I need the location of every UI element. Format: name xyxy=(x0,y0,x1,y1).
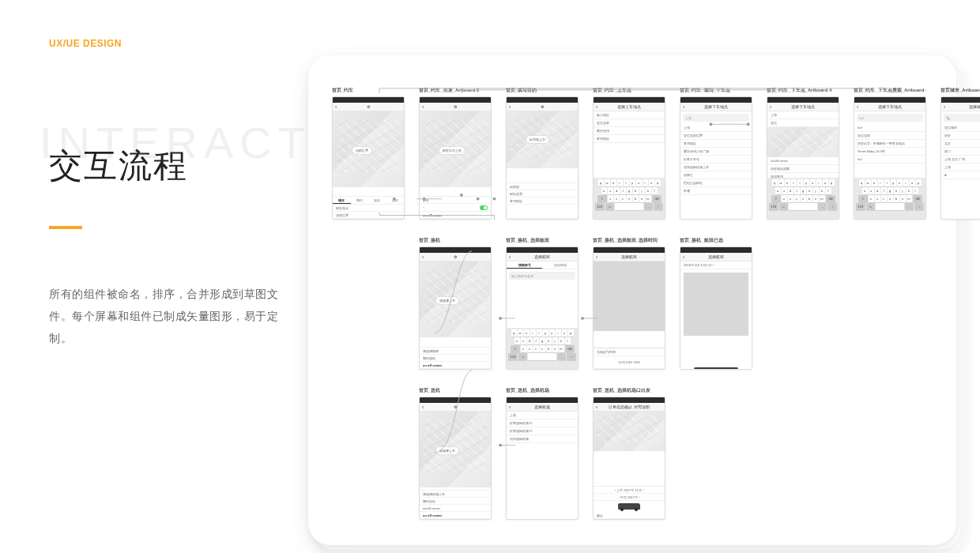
screen-caption: 首页_约车_下车点_Artboard 4 xyxy=(767,87,839,94)
soft-keyboard: qwertyuiopasdfghjkl⇧zxcvbnm⌫123☺.→ xyxy=(767,178,839,219)
screen-caption: 首页_约车_下车点搜索_Artboard 4 xyxy=(854,87,926,94)
phone-frame: 选择航班按航班号按起降地输入航班号查询qwertyuiopasdfghjkl⇧z… xyxy=(506,246,579,370)
wireframe-screen: 首页城市_Artboard 5选择城市🔍定位城市历史北京热门上海 北京 广州上海… xyxy=(940,87,980,220)
wireframe-screen: 首页_送机_选择机场口出发订单信息确认 填写说明‹ 上午 2017年 11月 ›… xyxy=(593,387,665,520)
wireframe-screen: 首页_接机⚙请选择上车请选择航班预约接机on off center xyxy=(419,237,492,370)
wireframe-screen: 首页_填写目的⚙目的地上车目的地附近推荐常用地址 xyxy=(506,87,579,220)
screen-caption: 首页_填写目的 xyxy=(506,87,579,94)
screen-caption: 首页_送机 xyxy=(419,387,492,394)
wireframe-screen: 首页_接机_航班已选选择航班2018年11月12日 周一更改选择航班 xyxy=(680,237,752,370)
wireframe-screen: 首页_送机_选择机场选择机场上海虹桥国际机场T1虹桥国际机场T2浦东国际机场 xyxy=(506,387,579,520)
phone-frame: 选择机场上海虹桥国际机场T1虹桥国际机场T2浦东国际机场 xyxy=(506,397,579,520)
phone-frame: 选择上车地点输入地址定位当前最近使用常用地址qwertyuiopasdfghjk… xyxy=(593,96,665,220)
flow-container: 首页_约车⚙当前位置现在预约接机送机附近地点我的位置首页_约车_出发_Artbo… xyxy=(332,87,940,520)
phone-frame: 选择下车地点上海上海定位当前位置常用地址最近使用人民广场虹桥火车站浦东国际机场上… xyxy=(680,96,752,220)
screen-caption: 首页_送机_选择机场口出发 xyxy=(593,387,665,394)
wireframe-screen: 首页_送机⚙请选择上车请选择机场上车预约送机on/off centeron of… xyxy=(419,387,492,520)
phone-frame: ⚙附近司机上车附近−on off center xyxy=(419,96,492,220)
phone-frame: 选择下车地点上海定位on/off center历史地址搜索添加常用qwertyu… xyxy=(767,96,839,220)
soft-keyboard: qwertyuiopasdfghjkl⇧zxcvbnm⌫123☺.→ xyxy=(594,178,665,219)
phone-frame: 选择下车地点hofhof定位当前历史记录：外滩附近一带常去地点Green Bab… xyxy=(854,96,926,220)
wireframe-panel: 首页_约车⚙当前位置现在预约接机送机附近地点我的位置首页_约车_出发_Artbo… xyxy=(308,55,956,545)
wireframe-screen: 首页_约车⚙当前位置现在预约接机送机附近地点我的位置 xyxy=(332,87,405,220)
phone-frame: 选择城市🔍定位城市历史北京热门上海 北京 广州上海A xyxy=(940,96,980,220)
flow-row-3: 首页_送机⚙请选择上车请选择机场上车预约送机on/off centeron of… xyxy=(419,387,940,520)
screen-caption: 首页城市_Artboard 5 xyxy=(940,87,980,94)
phone-frame: ⚙目的地上车目的地附近推荐常用地址 xyxy=(506,96,579,220)
screen-caption: 首页_接机_选择航班 xyxy=(506,237,579,244)
screen-caption: 首页_约车_上车点 xyxy=(593,87,665,94)
phone-frame: ⚙当前位置现在预约接机送机附近地点我的位置 xyxy=(332,96,405,220)
phone-frame: 选择航班2018年11月12日 周一更改选择航班 xyxy=(680,246,752,370)
phone-frame: 选择航班当地起飞时间11日 12日 13日 xyxy=(593,246,665,370)
flow-row-2: 首页_接机⚙请选择上车请选择航班预约接机on off center首页_接机_选… xyxy=(419,237,940,370)
phone-frame: ⚙请选择上车请选择机场上车预约送机on/off centeron off cen… xyxy=(419,397,492,520)
wireframe-screen: 首页_约车_填写_下车点选择下车地点上海上海定位当前位置常用地址最近使用人民广场… xyxy=(680,87,752,220)
flow-row-1: 首页_约车⚙当前位置现在预约接机送机附近地点我的位置首页_约车_出发_Artbo… xyxy=(332,87,940,220)
soft-keyboard: qwertyuiopasdfghjkl⇧zxcvbnm⌫123☺.→ xyxy=(854,178,925,219)
screen-caption: 首页_约车_出发_Artboard 2 xyxy=(419,87,492,94)
soft-keyboard: qwertyuiopasdfghjkl⇧zxcvbnm⌫123☺.→ xyxy=(507,328,578,369)
screen-caption: 首页_约车_填写_下车点 xyxy=(680,87,752,94)
wireframe-screen: 首页_约车_下车点搜索_Artboard 4选择下车地点hofhof定位当前历史… xyxy=(854,87,926,220)
wireframe-screen: 首页_接机_选择航班_选择时间选择航班当地起飞时间11日 12日 13日 xyxy=(593,237,665,370)
screen-caption: 首页_送机_选择机场 xyxy=(506,387,579,394)
wireframe-screen: 首页_约车_出发_Artboard 2⚙附近司机上车附近−on off cent… xyxy=(419,87,492,220)
section-label: UX/UE DESIGN xyxy=(49,38,318,49)
screen-caption: 首页_接机 xyxy=(419,237,492,244)
wireframe-screen: 首页_约车_上车点选择上车地点输入地址定位当前最近使用常用地址qwertyuio… xyxy=(593,87,665,220)
phone-frame: ⚙请选择上车请选择航班预约接机on off center xyxy=(419,246,492,370)
screen-caption: 首页_接机_选择航班_选择时间 xyxy=(593,237,665,244)
left-column: UX/UE DESIGN 交互流程 所有的组件被命名，排序，合并形成到草图文件。… xyxy=(49,38,318,349)
accent-underline xyxy=(49,226,82,229)
screen-caption: 首页_约车 xyxy=(332,87,405,94)
wireframe-screen: 首页_约车_下车点_Artboard 4选择下车地点上海定位on/off cen… xyxy=(767,87,839,220)
phone-frame: 订单信息确认 填写说明‹ 上午 2017年 11月 ›‹ 午后 2017年 ›确… xyxy=(593,397,665,520)
description-text: 所有的组件被命名，排序，合并形成到草图文件。每个屏幕和组件已制成矢量图形，易于定… xyxy=(49,283,286,349)
page-title: 交互流程 xyxy=(49,144,318,188)
screen-caption: 首页_接机_航班已选 xyxy=(680,237,752,244)
wireframe-screen: 首页_接机_选择航班选择航班按航班号按起降地输入航班号查询qwertyuiopa… xyxy=(506,237,579,370)
